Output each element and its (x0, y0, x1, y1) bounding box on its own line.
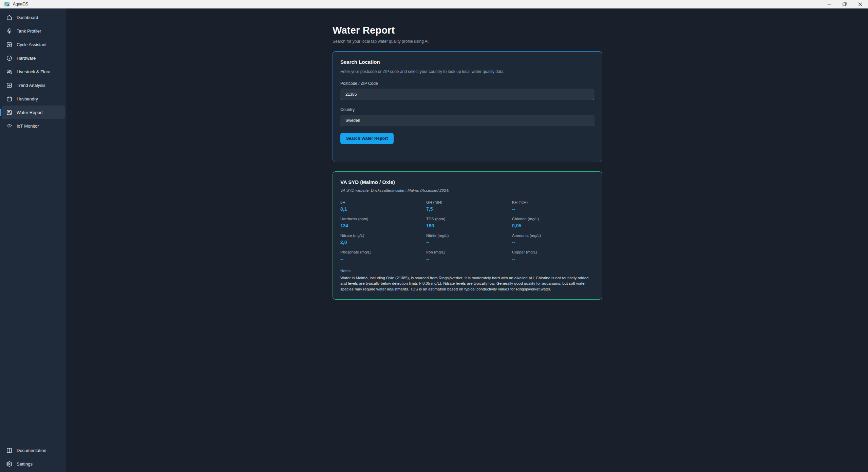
close-icon (858, 2, 862, 6)
parameter-value: 160 (426, 223, 509, 228)
parameter-label: Chlorine (mg/L) (512, 217, 595, 221)
activity-square-icon (6, 42, 12, 48)
parameter-value: -- (512, 240, 595, 245)
parameter-value: -- (426, 256, 509, 262)
postcode-label: Postcode / ZIP Code (340, 81, 595, 86)
sidebar-item-cycle-assistant[interactable]: Cycle Assistant (2, 38, 65, 51)
sidebar-item-settings[interactable]: Settings (2, 457, 65, 471)
parameter-cell: Nitrite (mg/L) -- (426, 233, 509, 245)
sidebar-item-iot-monitor[interactable]: IoT Monitor (2, 119, 65, 133)
parameter-label: Nitrite (mg/L) (426, 233, 509, 238)
close-button[interactable] (852, 0, 868, 8)
parameter-label: Copper (mg/L) (512, 250, 595, 254)
sidebar-item-label: Documentation (17, 448, 46, 453)
search-square-icon (6, 110, 12, 115)
sidebar-item-hardware[interactable]: Hardware (2, 51, 65, 65)
sidebar-spacer (0, 133, 67, 443)
sidebar-item-trend-analysis[interactable]: Trend Analysis (2, 78, 65, 92)
sidebar-item-water-report[interactable]: Water Report (2, 106, 65, 119)
sidebar-item-dashboard[interactable]: Dashboard (2, 11, 65, 24)
page-subtitle: Search for your local tap water quality … (333, 39, 602, 44)
main-area: Water Report Search for your local tap w… (67, 8, 868, 472)
parameter-cell: Ammonia (mg/L) -- (512, 233, 595, 245)
parameter-value: 0,05 (512, 223, 595, 228)
page-title: Water Report (333, 25, 602, 36)
notes-label: Notes (340, 269, 595, 273)
parameter-label: GH (°dH) (426, 200, 509, 204)
search-water-report-button[interactable]: Search Water Report (340, 133, 394, 144)
parameter-cell: pH 8,1 (340, 200, 423, 212)
parameter-value: -- (512, 206, 595, 212)
calendar-icon (6, 96, 12, 102)
sidebar-item-documentation[interactable]: Documentation (2, 443, 65, 457)
postcode-input[interactable] (340, 89, 595, 100)
parameter-value: 7,5 (426, 206, 509, 212)
parameter-value: 8,1 (340, 206, 423, 212)
parameter-cell: Iron (mg/L) -- (426, 250, 509, 262)
sidebar-item-label: Settings (17, 461, 33, 467)
parameter-value: -- (426, 240, 509, 245)
report-source: VA SYD website, Dricksvattenkvalitet i M… (340, 188, 595, 192)
water-report-result-card: VA SYD (Malmö / Oxie) VA SYD website, Dr… (333, 171, 602, 300)
parameter-label: Iron (mg/L) (426, 250, 509, 254)
parameter-label: Hardness (ppm) (340, 217, 423, 221)
parameter-label: TDS (ppm) (426, 217, 509, 221)
microphone-icon (6, 28, 12, 34)
parameter-value: 2,0 (340, 240, 423, 245)
titlebar: AquaOS (0, 0, 868, 8)
sidebar-item-label: Trend Analysis (17, 83, 45, 88)
search-card-description: Enter your postcode or ZIP code and sele… (340, 69, 595, 74)
parameter-cell: TDS (ppm) 160 (426, 217, 509, 228)
search-card-title: Search Location (340, 59, 595, 65)
sidebar-item-label: Dashboard (17, 15, 38, 20)
parameter-label: pH (340, 200, 423, 204)
parameter-grid: pH 8,1 GH (°dH) 7,5 KH (°dH) -- Hardness… (340, 200, 595, 262)
users-icon (6, 69, 12, 75)
sidebar-item-label: Husbandry (17, 96, 38, 101)
parameter-cell: Nitrate (mg/L) 2,0 (340, 233, 423, 245)
sidebar-item-label: Livestock & Flora (17, 69, 51, 74)
parameter-cell: Phosphate (mg/L) -- (340, 250, 423, 262)
window-title: AquaOS (13, 2, 28, 6)
parameter-cell: Copper (mg/L) -- (512, 250, 595, 262)
sidebar-item-label: Hardware (17, 56, 36, 61)
app-icon (4, 2, 10, 6)
minimize-icon (827, 2, 831, 6)
parameter-value: -- (512, 256, 595, 262)
app-window: Dashboard Tank Profiler Cycle Assistant … (0, 8, 868, 472)
sidebar: Dashboard Tank Profiler Cycle Assistant … (0, 8, 67, 472)
search-location-card: Search Location Enter your postcode or Z… (333, 51, 602, 162)
country-label: Country (340, 107, 595, 112)
wifi-icon (6, 123, 12, 129)
parameter-label: Phosphate (mg/L) (340, 250, 423, 254)
parameter-label: Ammonia (mg/L) (512, 233, 595, 238)
gear-icon (6, 461, 12, 467)
columns-icon (6, 448, 12, 453)
parameter-label: KH (°dH) (512, 200, 595, 204)
sidebar-item-tank-profiler[interactable]: Tank Profiler (2, 24, 65, 38)
parameter-label: Nitrate (mg/L) (340, 233, 423, 238)
sidebar-item-label: IoT Monitor (17, 124, 39, 129)
parameter-cell: GH (°dH) 7,5 (426, 200, 509, 212)
sidebar-item-husbandry[interactable]: Husbandry (2, 92, 65, 106)
restore-icon (843, 2, 847, 6)
sidebar-item-label: Cycle Assistant (17, 42, 46, 47)
activity-square-icon (6, 82, 12, 88)
info-circle-icon (6, 55, 12, 61)
sidebar-item-label: Water Report (17, 110, 43, 115)
parameter-cell: Chlorine (mg/L) 0,05 (512, 217, 595, 228)
parameter-value: -- (340, 256, 423, 262)
maximize-button[interactable] (837, 0, 852, 8)
parameter-value: 134 (340, 223, 423, 228)
home-icon (6, 15, 12, 20)
minimize-button[interactable] (821, 0, 837, 8)
parameter-cell: Hardness (ppm) 134 (340, 217, 423, 228)
parameter-cell: KH (°dH) -- (512, 200, 595, 212)
sidebar-item-livestock-flora[interactable]: Livestock & Flora (2, 65, 65, 78)
report-title: VA SYD (Malmö / Oxie) (340, 179, 595, 185)
country-input[interactable] (340, 115, 595, 126)
sidebar-item-label: Tank Profiler (17, 29, 41, 34)
notes-text: Water in Malmö, including Oxie (21385), … (340, 275, 595, 292)
